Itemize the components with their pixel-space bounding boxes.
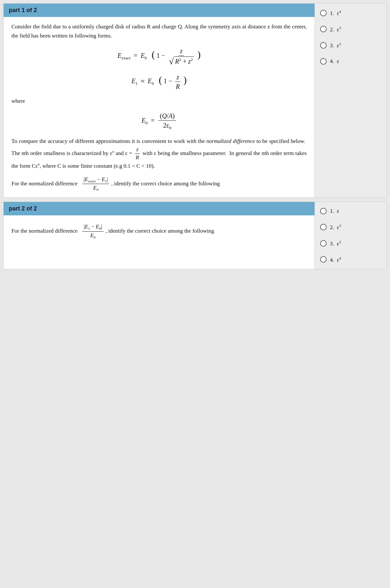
part1-choice-label-4: 4. ε: [330, 58, 339, 65]
part2-choice-3[interactable]: 3. ε2: [320, 240, 381, 247]
e1-formula: E1 ≈ E0 ( 1 − z R ): [11, 72, 307, 91]
part1-choice-1[interactable]: 1. ε4: [320, 9, 381, 17]
part2-choice-2[interactable]: 2. ε3: [320, 224, 381, 231]
part1-content: part 1 of 2 Consider the field due to a …: [3, 3, 315, 198]
part1-choice-label-2: 2. ε3: [330, 26, 341, 33]
part2-normalized-diff: For the normalized difference |E1 − E0| …: [11, 223, 307, 240]
exact-fraction: z √ R2 + z2: [168, 47, 195, 66]
part2-radio-2[interactable]: [320, 224, 327, 230]
part1-block: part 1 of 2 Consider the field due to a …: [3, 3, 387, 198]
part2-choices-panel: 1. ε 2. ε3 3. ε2 4. ε4: [315, 202, 387, 269]
e0-formula: E0 = (Q/A) 2ε0: [11, 112, 307, 131]
part1-radio-4[interactable]: [320, 58, 327, 65]
part2-choice-4[interactable]: 4. ε4: [320, 256, 381, 263]
part1-normalized-diff: For the normalized difference |Eexact − …: [11, 176, 307, 193]
part1-body: Consider the field due to a uniformly ch…: [4, 17, 315, 197]
part2-header: part 2 of 2: [4, 202, 315, 215]
part1-radio-2[interactable]: [320, 26, 327, 32]
part1-choice-label-1: 1. ε4: [330, 9, 341, 17]
part2-body: For the normalized difference |E1 − E0| …: [4, 215, 315, 245]
part1-choice-3[interactable]: 3. ε2: [320, 42, 381, 49]
part1-choice-2[interactable]: 2. ε3: [320, 26, 381, 33]
part1-radio-3[interactable]: [320, 42, 327, 49]
part1-body-paragraph: To compare the accuracy of different app…: [11, 137, 307, 171]
part2-radio-3[interactable]: [320, 240, 327, 247]
part2-choice-label-1: 1. ε: [330, 208, 339, 214]
part2-block: part 2 of 2 For the normalized differenc…: [3, 202, 387, 269]
where-label: where: [11, 97, 307, 106]
e0-fraction: (Q/A) 2ε0: [158, 112, 176, 131]
part2-choice-label-4: 4. ε4: [330, 256, 341, 263]
part2-choice-label-2: 2. ε3: [330, 224, 341, 231]
part2-radio-1[interactable]: [320, 208, 327, 214]
part1-choices-panel: 1. ε4 2. ε3 3. ε2 4. ε: [315, 3, 387, 198]
part2-choice-1[interactable]: 1. ε: [320, 208, 381, 214]
part1-radio-1[interactable]: [320, 10, 327, 16]
e-exact-formula: Eexact = E0 ( 1 − z √ R2 + z2 ): [11, 46, 307, 66]
part1-intro: Consider the field due to a uniformly ch…: [11, 22, 307, 40]
part2-radio-4[interactable]: [320, 256, 327, 263]
part2-choice-label-3: 3. ε2: [330, 240, 341, 247]
part1-header: part 1 of 2: [4, 4, 315, 17]
e1-fraction: z R: [174, 73, 181, 91]
part2-content: part 2 of 2 For the normalized differenc…: [3, 202, 315, 269]
part1-choice-label-3: 3. ε2: [330, 42, 341, 49]
part1-choice-4[interactable]: 4. ε: [320, 58, 381, 65]
